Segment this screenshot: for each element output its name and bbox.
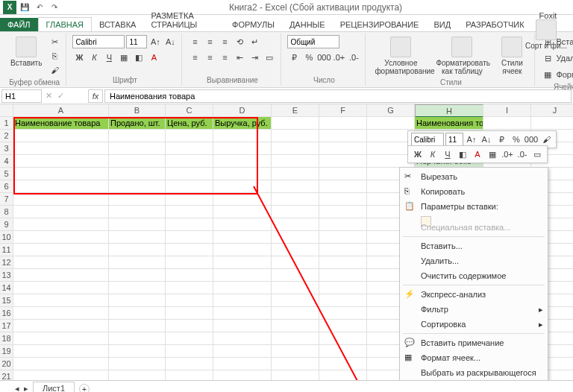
number-format-select[interactable]	[287, 35, 339, 48]
cell-D11[interactable]	[213, 244, 272, 256]
cancel-formula-icon[interactable]: ✕	[43, 89, 54, 103]
cell-B20[interactable]	[109, 358, 166, 370]
ctx-pick-from-list[interactable]: Выбрать из раскрывающегося списка...	[400, 365, 548, 380]
cell-A18[interactable]	[13, 332, 109, 345]
cell-E11[interactable]	[272, 244, 319, 256]
ctx-delete[interactable]: Удалить...	[400, 253, 548, 268]
cell-F10[interactable]	[319, 231, 367, 244]
col-header-B[interactable]: B	[109, 104, 166, 117]
sheet-tab-1[interactable]: Лист1	[33, 382, 75, 392]
cell-E10[interactable]	[272, 231, 319, 244]
cell-B8[interactable]	[109, 206, 166, 218]
cell-C7[interactable]	[166, 193, 213, 206]
cell-C16[interactable]	[166, 307, 213, 320]
col-header-D[interactable]: D	[213, 104, 272, 117]
align-right-icon[interactable]: ≡	[218, 51, 231, 64]
font-grow-icon[interactable]: A↑	[148, 35, 162, 48]
cell-F11[interactable]	[319, 244, 367, 256]
cell-E6[interactable]	[272, 180, 319, 193]
cell-H1[interactable]: Наименования товара	[415, 117, 483, 130]
cell-A7[interactable]	[13, 193, 109, 206]
cell-B2[interactable]	[109, 130, 166, 142]
tab-formulas[interactable]: ФОРМУЛЫ	[225, 18, 282, 31]
cell-E5[interactable]	[272, 168, 319, 180]
cell-B18[interactable]	[109, 332, 166, 345]
cell-E20[interactable]	[272, 358, 319, 370]
cell-G1[interactable]	[367, 117, 415, 130]
cell-E15[interactable]	[272, 294, 319, 307]
cell-C18[interactable]	[166, 332, 213, 345]
cell-F9[interactable]	[319, 218, 367, 231]
row-header-13[interactable]: 13	[0, 269, 13, 282]
corner-cell[interactable]	[0, 104, 13, 117]
formula-input[interactable]	[104, 89, 572, 103]
mini-percent-icon[interactable]: %	[510, 133, 523, 146]
merge-icon[interactable]: ▭	[263, 51, 276, 64]
font-size-select[interactable]	[126, 35, 147, 48]
cell-F6[interactable]	[319, 180, 367, 193]
ctx-format-cells[interactable]: ▦Формат ячеек...	[400, 350, 548, 365]
align-center-icon[interactable]: ≡	[203, 51, 216, 64]
currency-icon[interactable]: ₽	[287, 51, 301, 64]
cell-F16[interactable]	[319, 307, 367, 320]
cell-D16[interactable]	[213, 307, 272, 320]
confirm-formula-icon[interactable]: ✓	[55, 89, 66, 103]
cell-C13[interactable]	[166, 269, 213, 282]
cell-C20[interactable]	[166, 358, 213, 370]
percent-icon[interactable]: %	[302, 51, 316, 64]
ctx-filter[interactable]: Фильтр▸	[400, 302, 548, 317]
cell-C5[interactable]	[166, 168, 213, 180]
mini-dec-inc-icon[interactable]: .0+	[501, 148, 514, 161]
cell-F1[interactable]	[319, 117, 367, 130]
row-header-1[interactable]: 1	[0, 117, 13, 130]
cell-C17[interactable]	[166, 320, 213, 332]
cell-F13[interactable]	[319, 269, 367, 282]
cell-D6[interactable]	[213, 180, 272, 193]
cell-B11[interactable]	[109, 244, 166, 256]
indent-dec-icon[interactable]: ⇤	[233, 51, 246, 64]
cell-B10[interactable]	[109, 231, 166, 244]
row-header-3[interactable]: 3	[0, 142, 13, 155]
decimal-dec-icon[interactable]: .0-	[347, 51, 360, 64]
cell-A17[interactable]	[13, 320, 109, 332]
row-header-5[interactable]: 5	[0, 168, 13, 180]
cell-D14[interactable]	[213, 282, 272, 294]
cell-D4[interactable]	[213, 155, 272, 168]
cell-A20[interactable]	[13, 358, 109, 370]
tab-data[interactable]: ДАННЫЕ	[282, 18, 333, 31]
cell-E7[interactable]	[272, 193, 319, 206]
ctx-clear[interactable]: Очистить содержимое	[400, 268, 548, 283]
mini-thousands-icon[interactable]: 000	[525, 133, 538, 146]
tab-view[interactable]: ВИД	[426, 18, 458, 31]
align-left-icon[interactable]: ≡	[188, 51, 201, 64]
cell-B1[interactable]: Продано, шт.	[109, 117, 166, 130]
sheet-nav-first-icon[interactable]: ◂	[15, 384, 19, 392]
row-header-21[interactable]: 21	[0, 370, 13, 380]
row-header-8[interactable]: 8	[0, 206, 13, 218]
cell-D15[interactable]	[213, 294, 272, 307]
sheet-nav-prev-icon[interactable]: ▸	[24, 384, 28, 392]
cell-F5[interactable]	[319, 168, 367, 180]
row-header-2[interactable]: 2	[0, 130, 13, 142]
row-header-9[interactable]: 9	[0, 218, 13, 231]
tab-review[interactable]: РЕЦЕНЗИРОВАНИЕ	[333, 18, 427, 31]
paste-button[interactable]: Вставить	[7, 35, 45, 69]
format-cells-icon[interactable]: ▦	[541, 68, 554, 81]
cell-E19[interactable]	[272, 345, 319, 358]
ctx-paste-options[interactable]: 📋Параметры вставки:	[400, 199, 548, 214]
row-header-11[interactable]: 11	[0, 244, 13, 256]
ctx-cut[interactable]: ✂Вырезать	[400, 169, 548, 184]
mini-font-name[interactable]	[411, 133, 444, 146]
cell-A1[interactable]: Наименование товара	[13, 117, 109, 130]
cell-A14[interactable]	[13, 282, 109, 294]
col-header-A[interactable]: A	[13, 104, 109, 117]
cell-D20[interactable]	[213, 358, 272, 370]
cell-E14[interactable]	[272, 282, 319, 294]
cell-C12[interactable]	[166, 256, 213, 269]
border-icon[interactable]: ▦	[117, 51, 131, 64]
ctx-sort[interactable]: Сортировка▸	[400, 317, 548, 332]
align-top-icon[interactable]: ≡	[188, 35, 201, 48]
mini-underline[interactable]: Ч	[441, 148, 454, 161]
cell-D3[interactable]	[213, 142, 272, 155]
mini-merge-icon[interactable]: ▭	[530, 148, 544, 161]
